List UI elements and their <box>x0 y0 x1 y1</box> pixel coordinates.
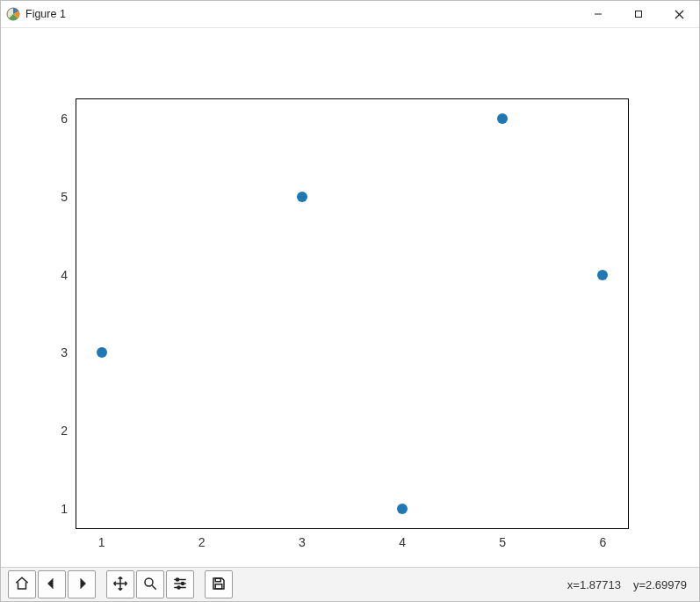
y-tick-label: 4 <box>61 268 76 282</box>
navigation-toolbar: x=1.87713 y=2.69979 <box>1 567 699 601</box>
pan-button[interactable] <box>106 570 134 598</box>
save-button[interactable] <box>205 570 233 598</box>
cursor-coordinates: x=1.87713 y=2.69979 <box>567 578 692 591</box>
axes: 123456123456 <box>76 98 629 529</box>
figure-canvas[interactable]: 123456123456 <box>1 28 699 567</box>
matplotlib-icon <box>6 7 20 21</box>
x-tick-label: 4 <box>399 528 406 549</box>
window-controls <box>578 1 699 27</box>
y-tick-label: 6 <box>61 112 76 126</box>
svg-point-10 <box>177 578 179 581</box>
scatter-point <box>97 347 107 358</box>
svg-line-6 <box>152 585 156 590</box>
configure-subplots-button[interactable] <box>166 570 194 598</box>
zoom-button[interactable] <box>136 570 164 598</box>
y-tick-label: 2 <box>61 424 76 438</box>
figure-window: Figure 1 123456123456 <box>0 0 700 602</box>
scatter-plot <box>76 99 628 528</box>
scatter-point <box>397 504 408 514</box>
scatter-point <box>597 270 608 280</box>
y-tick-label: 1 <box>61 502 76 516</box>
home-icon <box>14 576 30 594</box>
back-button[interactable] <box>38 570 66 598</box>
scatter-point <box>497 113 508 124</box>
zoom-icon <box>142 576 158 594</box>
x-tick-label: 2 <box>198 528 206 549</box>
x-tick-label: 3 <box>299 528 306 549</box>
arrow-right-icon <box>74 576 90 594</box>
save-icon <box>211 576 227 594</box>
x-tick-label: 5 <box>499 528 506 549</box>
svg-rect-13 <box>215 578 220 582</box>
svg-point-12 <box>177 586 180 589</box>
svg-rect-2 <box>636 11 642 18</box>
x-tick-label: 1 <box>98 528 105 549</box>
cursor-y: y=2.69979 <box>633 578 687 591</box>
minimize-button[interactable] <box>578 1 618 27</box>
svg-point-5 <box>145 578 153 586</box>
maximize-button[interactable] <box>618 1 659 27</box>
home-button[interactable] <box>8 570 36 598</box>
titlebar-left: Figure 1 <box>1 7 66 21</box>
y-tick-label: 3 <box>61 345 76 359</box>
scatter-point <box>297 192 307 202</box>
forward-button[interactable] <box>68 570 96 598</box>
toolbar-buttons <box>8 570 233 598</box>
y-tick-label: 5 <box>61 190 76 204</box>
arrow-left-icon <box>44 576 60 594</box>
svg-rect-14 <box>215 584 222 588</box>
svg-point-11 <box>182 582 184 584</box>
close-button[interactable] <box>659 1 699 27</box>
cursor-x: x=1.87713 <box>567 578 621 591</box>
x-tick-label: 6 <box>600 528 607 549</box>
move-icon <box>112 576 128 594</box>
window-title: Figure 1 <box>25 8 66 20</box>
titlebar: Figure 1 <box>1 1 699 28</box>
sliders-icon <box>172 576 188 594</box>
